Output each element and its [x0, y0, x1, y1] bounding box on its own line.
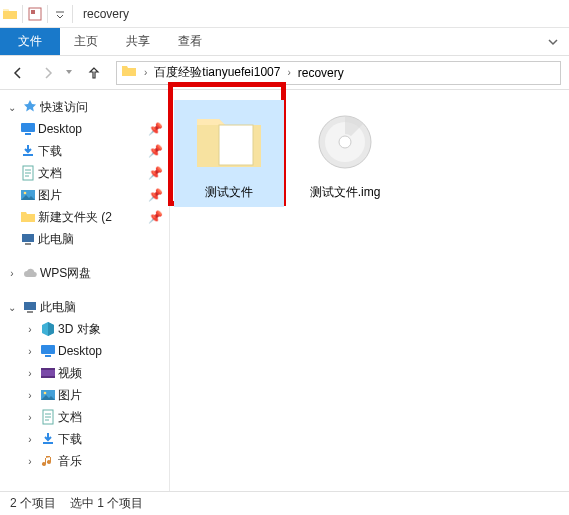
qat-dropdown-icon[interactable]: [50, 9, 70, 19]
file-item-img[interactable]: 测试文件.img: [290, 100, 400, 207]
sidebar-item-documents[interactable]: 文档 📌: [0, 162, 169, 184]
nav-back-button[interactable]: [4, 60, 32, 86]
download-icon: [38, 431, 58, 447]
chevron-right-icon[interactable]: ›: [22, 412, 38, 423]
sidebar-item-label: 下载: [58, 431, 169, 448]
svg-rect-12: [45, 355, 51, 357]
sidebar-item-label: 此电脑: [38, 231, 169, 248]
sidebar-item-documents[interactable]: › 文档: [0, 406, 169, 428]
sidebar-item-label: 3D 对象: [58, 321, 169, 338]
sidebar-item-label: 新建文件夹 (2: [38, 209, 148, 226]
separator: [47, 5, 48, 23]
svg-rect-14: [41, 368, 55, 370]
sidebar-item-label: 下载: [38, 143, 148, 160]
chevron-right-icon[interactable]: ›: [4, 268, 20, 279]
status-item-count: 2 个项目: [10, 495, 56, 512]
pin-icon: 📌: [148, 188, 163, 202]
desktop-icon: [38, 343, 58, 359]
folder-thumb-icon: [193, 106, 265, 178]
svg-rect-10: [27, 311, 33, 313]
sidebar-item-thispc[interactable]: 此电脑: [0, 228, 169, 250]
file-name: 测试文件.img: [310, 184, 381, 201]
svg-rect-2: [21, 123, 35, 132]
chevron-right-icon[interactable]: ›: [22, 346, 38, 357]
tab-file[interactable]: 文件: [0, 28, 60, 55]
chevron-right-icon[interactable]: ›: [22, 434, 38, 445]
breadcrumb-segment[interactable]: 百度经验tianyuefei1007: [150, 62, 284, 84]
chevron-right-icon[interactable]: ›: [141, 67, 150, 78]
sidebar-item-label: 文档: [38, 165, 148, 182]
sidebar-item-pictures[interactable]: 图片 📌: [0, 184, 169, 206]
chevron-right-icon[interactable]: ›: [284, 67, 293, 78]
breadcrumb-segment[interactable]: recovery: [294, 62, 348, 84]
svg-rect-9: [24, 302, 36, 310]
window-title: recovery: [83, 7, 129, 21]
svg-point-22: [339, 136, 351, 148]
chevron-down-icon[interactable]: ⌄: [4, 102, 20, 113]
music-icon: [38, 453, 58, 469]
nav-forward-button[interactable]: [34, 60, 62, 86]
sidebar-quick-access[interactable]: ⌄ 快速访问: [0, 96, 169, 118]
pc-icon: [20, 299, 40, 315]
pin-icon: 📌: [148, 122, 163, 136]
tab-view[interactable]: 查看: [164, 28, 216, 55]
address-bar[interactable]: › 百度经验tianyuefei1007 › recovery: [116, 61, 561, 85]
svg-rect-15: [41, 376, 55, 378]
sidebar-item-label: 文档: [58, 409, 169, 426]
chevron-down-icon[interactable]: ⌄: [4, 302, 20, 313]
sidebar-item-newfolder[interactable]: 新建文件夹 (2 📌: [0, 206, 169, 228]
svg-rect-1: [31, 10, 35, 14]
sidebar-item-label: Desktop: [38, 122, 148, 136]
svg-rect-11: [41, 345, 55, 354]
sidebar-item-videos[interactable]: › 视频: [0, 362, 169, 384]
sidebar: ⌄ 快速访问 Desktop 📌 下载 📌 文档 📌 图片 📌: [0, 90, 170, 491]
status-selection-count: 选中 1 个项目: [70, 495, 143, 512]
sidebar-item-label: 图片: [58, 387, 169, 404]
svg-rect-3: [25, 133, 31, 135]
properties-icon[interactable]: [25, 6, 45, 22]
pin-icon: 📌: [148, 210, 163, 224]
folder-icon: [18, 209, 38, 225]
picture-icon: [38, 387, 58, 403]
statusbar: 2 个项目 选中 1 个项目: [0, 491, 569, 515]
nav-up-button[interactable]: [80, 60, 108, 86]
ribbon-expand-icon[interactable]: [537, 28, 569, 55]
chevron-right-icon[interactable]: ›: [22, 368, 38, 379]
svg-point-6: [24, 192, 27, 195]
content-area[interactable]: 测试文件 测试文件.img: [170, 90, 569, 491]
separator: [22, 5, 23, 23]
sidebar-item-downloads[interactable]: 下载 📌: [0, 140, 169, 162]
chevron-right-icon[interactable]: ›: [22, 456, 38, 467]
titlebar: recovery: [0, 0, 569, 28]
svg-point-17: [44, 392, 47, 395]
sidebar-item-3dobjects[interactable]: › 3D 对象: [0, 318, 169, 340]
sidebar-wps[interactable]: › WPS网盘: [0, 262, 169, 284]
sidebar-item-music[interactable]: › 音乐: [0, 450, 169, 472]
svg-rect-7: [22, 234, 34, 242]
sidebar-item-pictures[interactable]: › 图片: [0, 384, 169, 406]
sidebar-item-downloads[interactable]: › 下载: [0, 428, 169, 450]
sidebar-item-label: 此电脑: [40, 299, 169, 316]
chevron-right-icon[interactable]: ›: [22, 324, 38, 335]
star-icon: [20, 99, 40, 115]
tab-home[interactable]: 主页: [60, 28, 112, 55]
sidebar-item-label: 快速访问: [40, 99, 169, 116]
nav-history-dropdown[interactable]: [64, 66, 78, 80]
cloud-icon: [20, 265, 40, 281]
file-name: 测试文件: [205, 184, 253, 201]
sidebar-item-desktop[interactable]: Desktop 📌: [0, 118, 169, 140]
chevron-right-icon[interactable]: ›: [22, 390, 38, 401]
sidebar-item-label: 视频: [58, 365, 169, 382]
separator: [72, 5, 73, 23]
file-item-folder[interactable]: 测试文件: [174, 100, 284, 207]
sidebar-this-pc[interactable]: ⌄ 此电脑: [0, 296, 169, 318]
doc-icon: [18, 165, 38, 181]
svg-rect-19: [219, 125, 253, 165]
folder-icon: [121, 63, 137, 82]
sidebar-item-desktop[interactable]: › Desktop: [0, 340, 169, 362]
desktop-icon: [18, 121, 38, 137]
svg-rect-8: [25, 243, 31, 245]
video-icon: [38, 365, 58, 381]
pin-icon: 📌: [148, 144, 163, 158]
tab-share[interactable]: 共享: [112, 28, 164, 55]
